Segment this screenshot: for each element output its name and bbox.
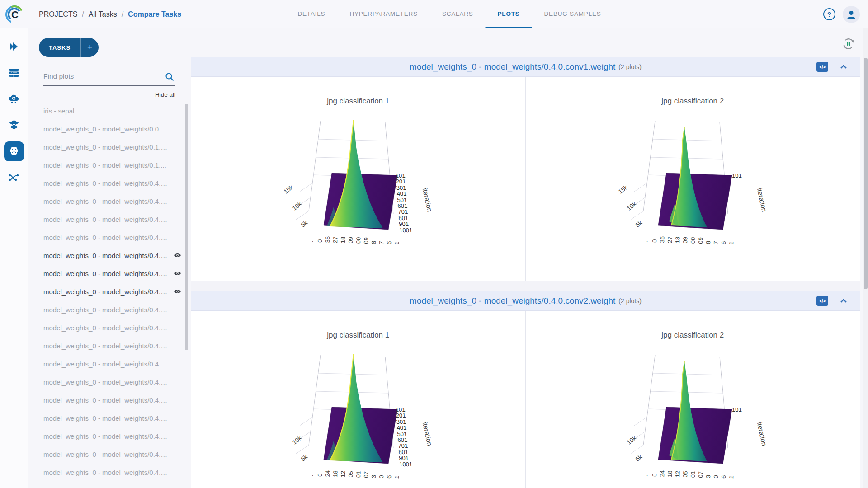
app-sidebar xyxy=(0,28,28,488)
plot-list-item[interactable]: model_weights_0 - model_weights/0.4.1... xyxy=(43,300,193,319)
brain-icon[interactable] xyxy=(4,141,24,161)
breadcrumb-projects[interactable]: PROJECTS xyxy=(39,10,77,19)
plot-list-item[interactable]: model_weights_0 - model_weights/0.4.1... xyxy=(43,373,193,391)
plot-list-item-label: model_weights_0 - model_weights/0.4.0... xyxy=(43,234,170,241)
iteration-tick: 801 xyxy=(398,215,412,221)
plot-group-title: model_weights_0 - model_weights/0.4.0.co… xyxy=(410,296,615,306)
plot-list-item[interactable]: iris - sepal xyxy=(43,102,193,120)
plot-list-item-label: model_weights_0 - model_weights/0.4.0... xyxy=(43,179,170,187)
plot-list-item-label: model_weights_0 - model_weights/0.4.1... xyxy=(43,306,170,314)
eye-icon[interactable] xyxy=(174,289,181,294)
plot-list-item-label: model_weights_0 - model_weights/0.4.2... xyxy=(43,414,170,422)
double-arrow-icon[interactable] xyxy=(4,37,24,56)
tab-label: DEBUG SAMPLES xyxy=(544,10,601,17)
plot-group-header[interactable]: model_weights_0 - model_weights/0.4.0.co… xyxy=(191,57,860,77)
iteration-tick: 301 xyxy=(396,185,410,191)
plot-list-item-label: model_weights_0 - model_weights/0.4.1... xyxy=(43,360,170,368)
plot-group-section: model_weights_0 - model_weights/0.4.0.co… xyxy=(191,291,860,488)
iteration-tick: 201 xyxy=(396,178,410,184)
pipelines-icon[interactable] xyxy=(4,168,24,188)
queues-icon[interactable] xyxy=(4,63,24,83)
plot-list-item[interactable]: model_weights_0 - model_weights/0.4.1... xyxy=(43,282,193,300)
iteration-tick: 101 xyxy=(396,173,409,178)
plot-group-header[interactable]: model_weights_0 - model_weights/0.4.0.co… xyxy=(191,291,860,311)
plot-list-item[interactable]: model_weights_0 - model_weights/0.4.2... xyxy=(43,409,193,427)
plot-list-item[interactable]: model_weights_0 - model_weights/0.4.0... xyxy=(43,246,193,264)
iteration-tick: 701 xyxy=(398,443,411,449)
person-icon xyxy=(846,9,856,19)
tab-label: SCALARS xyxy=(442,10,473,17)
help-icon[interactable]: ? xyxy=(823,8,835,20)
panel-scrollbar[interactable] xyxy=(185,104,188,350)
plot-list-item[interactable]: model_weights_0 - model_weights/0.0... xyxy=(43,120,193,138)
plot-list-item[interactable]: model_weights_0 - model_weights/0.4.1... xyxy=(43,319,193,337)
chevron-up-icon[interactable] xyxy=(840,299,847,303)
view-json-button[interactable]: </> xyxy=(816,62,828,72)
breadcrumb-compare-tasks[interactable]: Compare Tasks xyxy=(128,10,181,19)
plot-list-item[interactable]: model_weights_0 - model_weights/0.4.2... xyxy=(43,445,193,463)
plot-list-item-label: iris - sepal xyxy=(43,107,74,115)
page-scrollbar-thumb[interactable] xyxy=(864,58,868,289)
iteration-tick: 1001 xyxy=(399,461,413,467)
plot-list-item-label: model_weights_0 - model_weights/0.4.2... xyxy=(43,432,170,440)
user-avatar[interactable] xyxy=(843,6,860,23)
view-json-button[interactable]: </> xyxy=(816,296,828,306)
tab[interactable]: HYPERPARAMETERS xyxy=(337,0,430,28)
3d-surface-plot[interactable]: 15k10k5k 1012013014015016017018019011001… xyxy=(283,118,433,254)
auto-refresh-toggle[interactable] xyxy=(841,36,856,52)
plot-list-item[interactable]: model_weights_0 - model_weights/0.4.0... xyxy=(43,210,193,228)
layers-icon[interactable] xyxy=(4,115,24,135)
cloud-gear-icon[interactable] xyxy=(4,89,24,109)
search-icon[interactable] xyxy=(165,72,175,84)
3d-surface-plot[interactable]: 10k5k 1012013014015016017018019011001 it… xyxy=(283,352,433,488)
plot-list-item[interactable]: model_weights_0 - model_weights/0.1.b... xyxy=(43,138,193,156)
plot-list-item[interactable]: model_weights_0 - model_weights/0.4.0... xyxy=(43,174,193,192)
3d-surface-plot[interactable]: 15k10k5k 101 iteration -0362718090009876… xyxy=(618,118,767,254)
tab[interactable]: DEBUG SAMPLES xyxy=(532,0,613,28)
plot-list-item[interactable]: model_weights_0 - model_weights/0.4.1... xyxy=(43,355,193,373)
plot-list-item[interactable]: model_weights_0 - model_weights/0.4.2... xyxy=(43,463,193,481)
eye-icon[interactable] xyxy=(174,271,181,276)
plot-list-item[interactable]: model_weights_0 - model_weights/0.4.2... xyxy=(43,427,193,445)
plot-list-item-label: model_weights_0 - model_weights/0.4.2... xyxy=(43,469,170,476)
plot-list-item[interactable]: model_weights_0 - model_weights/0.4.0... xyxy=(43,192,193,210)
plot-list-item[interactable]: model_weights_0 - model_weights/0.4.0... xyxy=(43,264,193,282)
tab[interactable]: SCALARS xyxy=(430,0,486,28)
tab-bar: DETAILS HYPERPARAMETERS SCALARS PLOTS DE… xyxy=(286,0,613,28)
plot-list-item[interactable]: model_weights_0 - model_weights/0.1.... xyxy=(43,156,193,174)
iteration-tick: 301 xyxy=(396,419,410,425)
tab-label: DETAILS xyxy=(298,10,326,17)
plot-card: jpg classification 2 15k10k5k 101 iterat… xyxy=(526,77,860,281)
top-header: C PROJECTS / All Tasks / Compare Tasks D… xyxy=(0,0,868,28)
plot-list-item[interactable]: model_weights_0 - model_weights/0.4.0... xyxy=(43,228,193,246)
iteration-tick: 101 xyxy=(732,407,742,413)
plot-list-item[interactable]: model_weights_0 - model_weights/0.4.2... xyxy=(43,391,193,409)
hide-all-link[interactable]: Hide all xyxy=(43,91,175,98)
plot-title: jpg classification 1 xyxy=(191,331,525,340)
eye-icon[interactable] xyxy=(174,253,181,258)
search-input[interactable] xyxy=(43,68,175,85)
clearml-logo-icon[interactable]: C xyxy=(4,4,25,25)
plot-list-item-label: model_weights_0 - model_weights/0.4.0... xyxy=(43,197,170,205)
plot-title: jpg classification 2 xyxy=(526,97,860,106)
plot-group-count: (2 plots) xyxy=(618,297,642,305)
tab[interactable]: DETAILS xyxy=(286,0,338,28)
chevron-up-icon[interactable] xyxy=(840,65,847,69)
plot-list-item-label: model_weights_0 - model_weights/0.1.b... xyxy=(43,143,170,151)
tab-label: HYPERPARAMETERS xyxy=(349,10,418,17)
page-scrollbar-track[interactable] xyxy=(863,28,868,488)
breadcrumb-all-tasks[interactable]: All Tasks xyxy=(89,10,117,19)
iteration-tick: 1001 xyxy=(399,227,413,233)
tab[interactable]: PLOTS xyxy=(486,0,532,28)
3d-surface-plot[interactable]: 10k5k 101 iteration -02418120501073061 xyxy=(618,352,767,488)
plot-group-title: model_weights_0 - model_weights/0.4.0.co… xyxy=(410,62,615,72)
x-axis-tick: 1 xyxy=(728,471,736,479)
add-task-button[interactable]: + xyxy=(80,38,99,57)
iteration-tick: 501 xyxy=(397,431,410,437)
tasks-button[interactable]: TASKS + xyxy=(39,38,99,57)
plot-list-item[interactable]: model_weights_0 - model_weights/0.4.1... xyxy=(43,337,193,355)
plot-list-item-label: model_weights_0 - model_weights/0.4.2... xyxy=(43,450,170,458)
iteration-tick: 101 xyxy=(732,173,742,178)
plot-list-item-label: model_weights_0 - model_weights/0.4.1... xyxy=(43,378,170,386)
tasks-button-label: TASKS xyxy=(39,44,80,51)
